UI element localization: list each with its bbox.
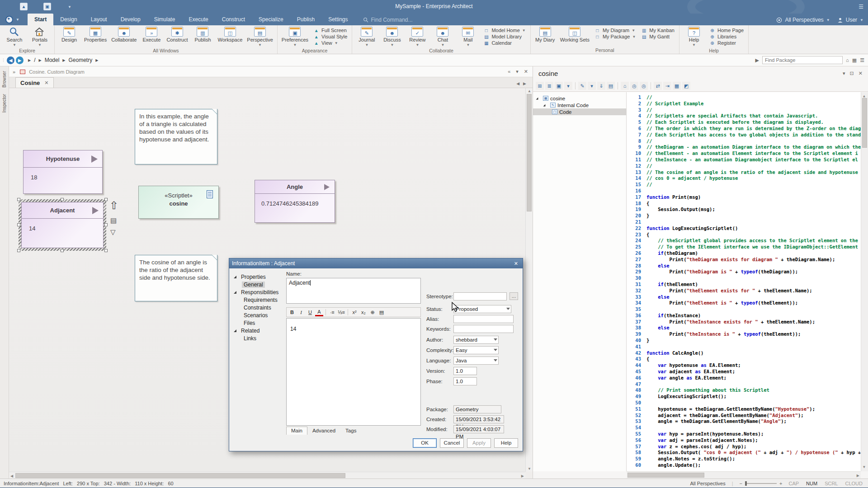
code-editor[interactable]: 1//2// Scriptlet Example3//4// Scriptlet… bbox=[627, 92, 868, 471]
notes-input[interactable]: 14 bbox=[286, 318, 421, 426]
help-button[interactable]: Help bbox=[494, 438, 518, 448]
status-perspective[interactable]: All Perspectives bbox=[690, 481, 725, 486]
dialog-tree-item-files[interactable]: Files bbox=[232, 319, 285, 327]
breadcrumb-model[interactable]: Model bbox=[45, 57, 60, 63]
dropdown-icon[interactable] bbox=[494, 359, 497, 361]
dialog-tree-item-links[interactable]: Links bbox=[232, 334, 285, 342]
ribbon-tab-publish[interactable]: Publish bbox=[290, 14, 321, 25]
expander-icon[interactable] bbox=[234, 329, 236, 332]
workspace-button[interactable]: Workspace bbox=[215, 26, 245, 43]
field-keywords-[interactable] bbox=[453, 325, 514, 333]
numbered-list-button[interactable]: ⅓≡ bbox=[337, 308, 345, 316]
visual-style-button[interactable]: ▲Visual Style bbox=[313, 34, 347, 39]
resize-handle[interactable] bbox=[104, 198, 108, 201]
code-tree-item-code[interactable]: ▢Code bbox=[533, 108, 626, 115]
superscript-button[interactable]: x² bbox=[350, 308, 359, 316]
bold-button[interactable]: B bbox=[288, 308, 296, 316]
underline-button[interactable]: U bbox=[306, 308, 314, 316]
dialog-tree-item-requirements[interactable]: Requirements bbox=[232, 296, 285, 304]
new-document-button[interactable]: ▤ bbox=[377, 308, 386, 316]
discuss-button[interactable]: Discuss▼ bbox=[379, 26, 405, 47]
tab-cosine[interactable]: Cosine ✕ bbox=[15, 77, 54, 88]
dropdown-icon[interactable] bbox=[506, 308, 510, 310]
expander-icon[interactable] bbox=[234, 291, 236, 294]
search-model-icon[interactable]: ◎ bbox=[640, 82, 648, 90]
field-version-[interactable]: 1.0 bbox=[453, 367, 477, 375]
dock-tab-inspector[interactable]: Inspector bbox=[2, 94, 7, 113]
quicklink-layers-icon[interactable]: ▤ bbox=[110, 216, 117, 225]
element-adjacent[interactable]: Adjacent 14 bbox=[21, 202, 104, 248]
import-icon[interactable]: ⇓ bbox=[597, 82, 605, 90]
caption-dropdown-icon[interactable]: ▾ bbox=[516, 69, 519, 75]
search-button[interactable]: Search▼ bbox=[2, 26, 27, 47]
apply-button[interactable]: Apply bbox=[467, 438, 491, 448]
ribbon-tab-settings[interactable]: Settings bbox=[321, 14, 354, 25]
mail-button[interactable]: Mail▼ bbox=[455, 26, 481, 47]
scroll-up-icon[interactable]: ▲ bbox=[528, 89, 531, 93]
ribbon-tab-design[interactable]: Design bbox=[53, 14, 84, 25]
quicklink-up-arrow-icon[interactable]: ⇧ bbox=[109, 199, 118, 212]
panel-pin-icon[interactable]: ⊡ bbox=[850, 70, 854, 76]
colors-icon[interactable]: ◩ bbox=[682, 82, 690, 90]
ribbon-tab-construct[interactable]: Construct bbox=[215, 14, 252, 25]
list-icon[interactable]: ≣ bbox=[545, 82, 553, 90]
resize-handle[interactable] bbox=[17, 249, 20, 252]
subscript-button[interactable]: x₂ bbox=[359, 308, 368, 316]
dock-tab-browser[interactable]: Browser bbox=[2, 71, 7, 88]
zoom-out-icon[interactable]: − bbox=[740, 481, 742, 486]
resize-handle[interactable] bbox=[104, 249, 108, 252]
grid-icon[interactable]: ▦ bbox=[673, 82, 681, 90]
code-vscrollbar[interactable]: ▲ ▼ bbox=[861, 92, 868, 471]
search-doc-icon[interactable]: ◎ bbox=[630, 82, 638, 90]
field-created-[interactable]: 15/09/2021 3:53:42 PM bbox=[453, 415, 504, 423]
my-gantt-button[interactable]: ▤My Gantt bbox=[641, 34, 675, 39]
field-author-[interactable]: shebbard bbox=[453, 336, 499, 344]
resize-handle[interactable] bbox=[61, 249, 64, 252]
scroll-right-icon[interactable]: ▶ bbox=[857, 474, 859, 478]
ribbon-tab-execute[interactable]: Execute bbox=[182, 14, 215, 25]
scroll-thumb[interactable] bbox=[862, 98, 867, 148]
dialog-tab-tags[interactable]: Tags bbox=[340, 427, 361, 435]
nav-forward-button[interactable]: ▶ bbox=[16, 56, 24, 64]
dialog-tree-item-related[interactable]: Related bbox=[232, 327, 285, 334]
breadcrumb--[interactable]: / bbox=[34, 57, 35, 63]
view-button[interactable]: ▲View▼ bbox=[313, 40, 347, 46]
ellipsis-button[interactable]: … bbox=[509, 292, 518, 300]
element-hypotenuse[interactable]: Hypotenuse 18 bbox=[23, 150, 103, 194]
expand-icon[interactable]: ▶ bbox=[755, 57, 759, 63]
indent-icon[interactable]: ⇥ bbox=[663, 82, 671, 90]
help-button[interactable]: Help▼ bbox=[681, 26, 707, 47]
scroll-thumb[interactable] bbox=[627, 473, 704, 478]
find-package-input[interactable] bbox=[762, 56, 843, 64]
dialog-tree-item-general[interactable]: General bbox=[232, 281, 285, 288]
package-search-icon[interactable]: ⌂ bbox=[846, 57, 849, 63]
my-diagram-button[interactable]: □My Diagram▼ bbox=[594, 28, 636, 33]
element-adjacent-selection[interactable]: Adjacent 14 bbox=[19, 199, 106, 251]
tab-close-icon[interactable]: ✕ bbox=[44, 80, 48, 86]
perspectives-selector[interactable]: All Perspectives bbox=[785, 17, 823, 23]
expander-icon[interactable] bbox=[536, 97, 538, 99]
dialog-close-icon[interactable]: ✕ bbox=[512, 261, 520, 267]
chat-button[interactable]: Chat▼ bbox=[430, 26, 455, 47]
portals-button[interactable]: Portals▼ bbox=[27, 26, 52, 47]
dialog-tab-main[interactable]: Main bbox=[286, 427, 307, 435]
nav-back-button[interactable]: ◀ bbox=[7, 56, 14, 64]
hyperlink-globe-button[interactable]: ⊕ bbox=[368, 308, 377, 316]
resize-handle[interactable] bbox=[17, 198, 20, 201]
tab-scroll-left-icon[interactable]: ◀ bbox=[516, 81, 519, 86]
element-scriptlet[interactable]: «Scriptlet» cosine bbox=[138, 186, 219, 219]
panel-menu-icon[interactable]: ☰ bbox=[860, 57, 864, 63]
logo-dropdown-icon[interactable]: ▼ bbox=[16, 18, 19, 22]
ribbon-tab-layout[interactable]: Layout bbox=[84, 14, 114, 25]
ribbon-tab-specialize[interactable]: Specialize bbox=[252, 14, 290, 25]
code-hscrollbar[interactable]: ▶ bbox=[627, 471, 861, 479]
design-button[interactable]: Design bbox=[57, 26, 82, 43]
review-button[interactable]: Review▼ bbox=[405, 26, 430, 47]
canvas-hscrollbar[interactable]: ◀ ▶ bbox=[9, 472, 525, 479]
field-package-[interactable]: Geometry bbox=[453, 405, 501, 413]
perspectives-dropdown-icon[interactable]: ▼ bbox=[826, 18, 830, 22]
preferences-button[interactable]: Preferences▼ bbox=[279, 26, 311, 47]
scroll-down-icon[interactable]: ▼ bbox=[863, 464, 865, 470]
ribbon-tab-develop[interactable]: Develop bbox=[114, 14, 147, 25]
dialog-tab-advanced[interactable]: Advanced bbox=[307, 427, 340, 435]
